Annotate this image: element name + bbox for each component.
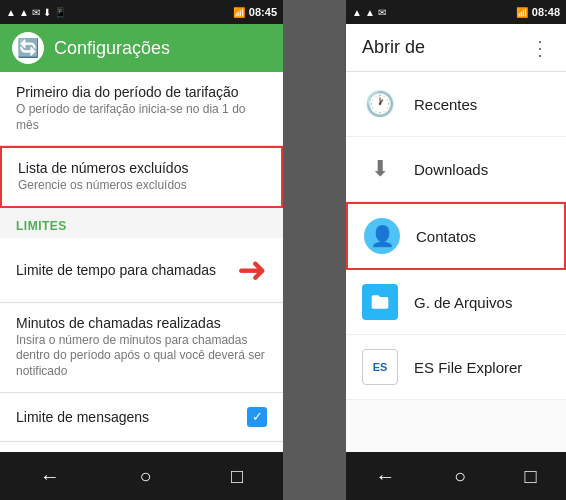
left-status-right: 📶 08:45 <box>233 6 277 18</box>
left-recent-icon: □ <box>231 465 243 488</box>
tarifacao-item[interactable]: Primeiro dia do período de tarifação O p… <box>0 72 283 146</box>
dialog-item-recentes[interactable]: 🕐 Recentes <box>346 72 566 137</box>
dialog-panel: ▲ ▲ ✉ 📶 08:48 Abrir de ⋮ 🕐 Recentes ⬇ <box>346 0 566 500</box>
dialog-item-es[interactable]: ES ES File Explorer <box>346 335 566 400</box>
left-recent-button[interactable]: □ <box>215 457 259 496</box>
tarifacao-title: Primeiro dia do período de tarifação <box>16 84 267 100</box>
right-status-icon-2: ▲ <box>365 7 375 18</box>
left-back-icon: ← <box>40 465 60 488</box>
left-content: Primeiro dia do período de tarifação O p… <box>0 72 283 452</box>
right-nav-bar: ← ○ □ <box>346 452 566 500</box>
right-recent-button[interactable]: □ <box>509 457 553 496</box>
left-home-button[interactable]: ○ <box>123 457 167 496</box>
es-icon: ES <box>362 349 398 385</box>
status-icon-5: 📱 <box>54 7 66 18</box>
downloads-label: Downloads <box>414 161 488 178</box>
right-time: 08:48 <box>532 6 560 18</box>
right-home-button[interactable]: ○ <box>438 457 482 496</box>
limites-section-header: LIMITES <box>0 208 283 238</box>
left-nav-bar: ← ○ □ <box>0 452 283 500</box>
contatos-label: Contatos <box>416 228 476 245</box>
status-icon-3: ✉ <box>32 7 40 18</box>
right-home-icon: ○ <box>454 465 466 488</box>
arquivos-label: G. de Arquivos <box>414 294 512 311</box>
limite-mensagens-title: Limite de mensagens <box>16 409 149 425</box>
app-bar-title: Configurações <box>54 38 170 59</box>
dialog-menu-icon[interactable]: ⋮ <box>530 36 550 60</box>
dialog-item-downloads[interactable]: ⬇ Downloads <box>346 137 566 202</box>
right-recent-icon: □ <box>525 465 537 488</box>
wifi-icon: 📶 <box>233 7 245 18</box>
dialog-app-bar: Abrir de ⋮ <box>346 24 566 72</box>
right-status-bar: ▲ ▲ ✉ 📶 08:48 <box>346 0 566 24</box>
right-wifi-icon: 📶 <box>516 7 528 18</box>
right-status-icon-3: ✉ <box>378 7 386 18</box>
mensagens-checkbox[interactable]: ✓ <box>247 407 267 427</box>
contacts-icon: 👤 <box>364 218 400 254</box>
status-icon-4: ⬇ <box>43 7 51 18</box>
left-time: 08:45 <box>249 6 277 18</box>
recentes-label: Recentes <box>414 96 477 113</box>
right-phone-screen: ▲ ▲ ✉ 📶 08:48 Abrir de ⋮ 🕐 Recentes ⬇ <box>283 0 566 500</box>
es-label: ES File Explorer <box>414 359 522 376</box>
clock-icon: 🕐 <box>362 86 398 122</box>
limite-mensagens-item[interactable]: Limite de mensagens ✓ <box>0 393 283 442</box>
dialog-item-arquivos[interactable]: G. de Arquivos <box>346 270 566 335</box>
right-back-icon: ← <box>375 465 395 488</box>
left-phone-screen: ▲ ▲ ✉ ⬇ 📱 📶 08:45 🔄 Configurações Primei… <box>0 0 283 500</box>
right-status-icon-1: ▲ <box>352 7 362 18</box>
files-icon <box>362 284 398 320</box>
download-icon: ⬇ <box>362 151 398 187</box>
numeros-excluidos-title: Lista de números excluídos <box>18 160 265 176</box>
limite-tempo-item[interactable]: Limite de tempo para chamadas ➜ <box>0 238 283 303</box>
minutos-chamadas-title: Minutos de chamadas realizadas <box>16 315 267 331</box>
left-back-button[interactable]: ← <box>24 457 76 496</box>
status-icon-2: ▲ <box>19 7 29 18</box>
right-back-button[interactable]: ← <box>359 457 411 496</box>
left-status-bar: ▲ ▲ ✉ ⬇ 📱 📶 08:45 <box>0 0 283 24</box>
minutos-chamadas-item[interactable]: Minutos de chamadas realizadas Insira o … <box>0 303 283 393</box>
limites-label: LIMITES <box>16 219 67 233</box>
status-icon-1: ▲ <box>6 7 16 18</box>
left-status-icons: ▲ ▲ ✉ ⬇ 📱 <box>6 7 66 18</box>
tarifacao-subtitle: O período de tarifação inicia-se no dia … <box>16 102 267 133</box>
numeros-excluidos-item[interactable]: Lista de números excluídos Gerencie os n… <box>0 146 283 208</box>
mensagens-enviadas-item[interactable]: Mensagens enviadas Insira o número de me… <box>0 442 283 452</box>
arrow-right-icon: ➜ <box>237 252 267 288</box>
app-logo-icon: 🔄 <box>12 32 44 64</box>
dialog-content: 🕐 Recentes ⬇ Downloads 👤 Contatos <box>346 72 566 452</box>
dialog-item-contatos[interactable]: 👤 Contatos <box>346 202 566 270</box>
limite-tempo-title: Limite de tempo para chamadas <box>16 262 216 278</box>
numeros-excluidos-subtitle: Gerencie os números excluídos <box>18 178 265 194</box>
minutos-chamadas-subtitle: Insira o número de minutos para chamadas… <box>16 333 267 380</box>
left-app-bar: 🔄 Configurações <box>0 24 283 72</box>
dialog-title: Abrir de <box>362 37 425 58</box>
left-home-icon: ○ <box>139 465 151 488</box>
